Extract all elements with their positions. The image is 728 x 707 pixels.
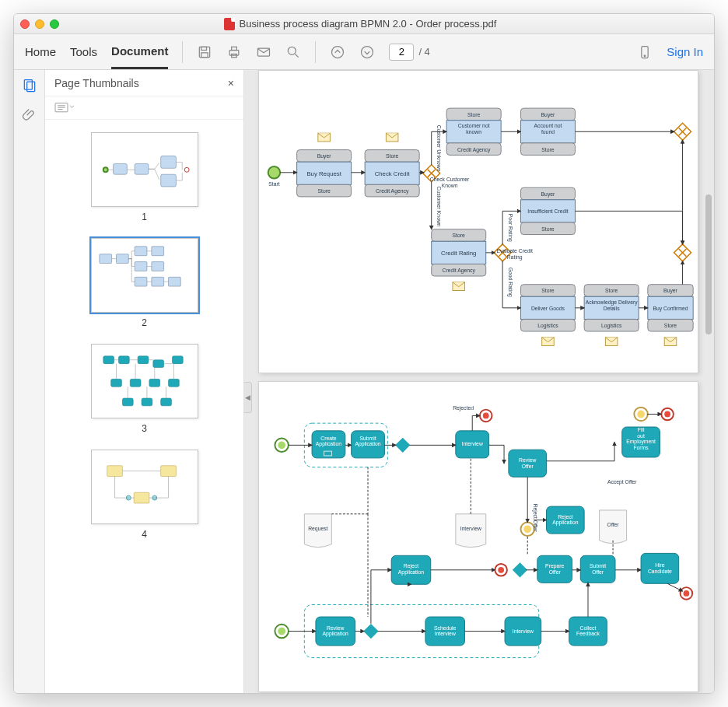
svg-rect-45 <box>107 466 122 477</box>
svg-rect-38 <box>110 379 121 387</box>
node-credit-rating: Store Credit Rating Credit Agency <box>432 229 486 291</box>
svg-rect-171 <box>363 624 378 639</box>
svg-text:Store: Store <box>664 323 677 328</box>
svg-text:Request: Request <box>308 526 327 532</box>
thumbnail-number: 2 <box>142 317 147 328</box>
svg-text:Poor Rating: Poor Rating <box>507 214 513 242</box>
svg-text:Store: Store <box>605 288 618 293</box>
svg-rect-1 <box>201 47 207 50</box>
svg-text:Check Credit: Check Credit <box>375 170 411 177</box>
svg-point-9 <box>362 46 373 58</box>
svg-point-152 <box>523 525 531 533</box>
search-icon[interactable] <box>285 44 301 60</box>
thumbnail-1[interactable]: 1 <box>91 132 198 222</box>
svg-rect-37 <box>172 356 183 364</box>
svg-text:Store: Store <box>318 188 331 194</box>
svg-point-11 <box>644 55 646 57</box>
svg-rect-32 <box>168 277 180 286</box>
svg-point-159 <box>498 567 504 573</box>
svg-text:Buy Confirmed: Buy Confirmed <box>653 306 688 312</box>
svg-rect-36 <box>152 360 163 368</box>
svg-text:Interview: Interview <box>460 526 481 531</box>
svg-text:Good Rating: Good Rating <box>507 268 513 297</box>
svg-text:Logistics: Logistics <box>601 323 622 329</box>
tab-tools[interactable]: Tools <box>70 36 97 68</box>
svg-rect-24 <box>99 254 111 264</box>
svg-text:Credit Agency: Credit Agency <box>376 188 409 194</box>
minimize-window-button[interactable] <box>35 19 44 29</box>
svg-rect-41 <box>168 379 179 387</box>
save-icon[interactable] <box>197 44 212 60</box>
svg-text:Store: Store <box>386 153 398 159</box>
vertical-scrollbar[interactable] <box>705 194 712 334</box>
thumbnail-number: 4 <box>142 529 147 540</box>
close-window-button[interactable] <box>20 19 30 29</box>
svg-text:Buyer: Buyer <box>541 191 555 198</box>
svg-rect-4 <box>232 47 237 50</box>
svg-rect-19 <box>113 163 127 174</box>
thumbnail-4[interactable]: 4 <box>91 450 198 540</box>
page-2-bottom: CreateApplication SubmitApplication Inte… <box>258 381 698 692</box>
thumbnail-list: 1 2 <box>45 120 243 693</box>
svg-rect-43 <box>142 398 152 406</box>
thumbnails-rail-icon[interactable] <box>22 78 37 96</box>
node-deliver-goods: Store Deliver Goods Logistics <box>520 285 575 346</box>
attachments-rail-icon[interactable] <box>22 107 37 126</box>
tab-home[interactable]: Home <box>25 36 56 68</box>
svg-text:Store: Store <box>541 226 554 232</box>
thumbnail-3[interactable]: 3 <box>91 344 198 434</box>
svg-point-7 <box>289 47 296 54</box>
bpmn-order-diagram: Start Buyer Buy Request Store Store Chec… <box>259 71 698 373</box>
svg-rect-31 <box>151 277 163 286</box>
svg-point-50 <box>268 166 281 179</box>
page-down-icon[interactable] <box>359 44 375 60</box>
svg-text:Reject Offer: Reject Offer <box>532 504 538 533</box>
svg-point-18 <box>103 167 107 172</box>
svg-rect-44 <box>160 398 171 406</box>
page-number-input[interactable] <box>389 44 414 61</box>
zoom-window-button[interactable] <box>50 19 59 29</box>
svg-text:Store: Store <box>541 288 554 293</box>
email-icon[interactable] <box>256 44 271 60</box>
svg-text:Customer Unknown: Customer Unknown <box>436 125 442 172</box>
window-title: Business process diagram BPMN 2.0 - Orde… <box>59 18 661 30</box>
svg-text:Logistics: Logistics <box>537 323 558 329</box>
node-check-credit: Store Check Credit Credit Agency <box>365 133 419 197</box>
svg-rect-27 <box>151 247 163 256</box>
svg-text:Buy Request: Buy Request <box>306 170 341 177</box>
print-icon[interactable] <box>226 44 242 60</box>
toolbar: Home Tools Document / 4 Sign In <box>14 34 714 70</box>
thumbnail-2[interactable]: 2 <box>91 238 198 328</box>
content-area: Page Thumbnails × 1 <box>14 70 714 693</box>
svg-rect-39 <box>130 379 141 387</box>
left-rail <box>14 70 45 693</box>
svg-point-23 <box>184 167 189 172</box>
svg-rect-160 <box>513 562 527 577</box>
svg-text:SubmitOffer: SubmitOffer <box>590 563 606 575</box>
tab-document[interactable]: Document <box>111 35 168 69</box>
mobile-icon[interactable] <box>637 44 653 60</box>
collapse-sidebar-handle[interactable]: ◀ <box>244 382 252 413</box>
sign-in-link[interactable]: Sign In <box>667 45 703 58</box>
svg-point-8 <box>332 46 344 58</box>
svg-rect-30 <box>135 277 147 286</box>
page-total: / 4 <box>418 46 429 58</box>
svg-rect-29 <box>151 262 163 271</box>
svg-point-125 <box>278 441 285 449</box>
page-up-icon[interactable] <box>330 44 345 60</box>
svg-text:Buyer: Buyer <box>541 112 555 118</box>
svg-point-127 <box>278 628 285 635</box>
svg-rect-22 <box>160 174 176 187</box>
svg-point-142 <box>483 413 489 419</box>
node-buy-confirmed: Buyer Buy Confirmed Store <box>648 285 693 346</box>
sidebar-options[interactable] <box>45 96 243 120</box>
gateway-merge-top <box>674 123 691 140</box>
svg-text:Store: Store <box>541 147 554 152</box>
svg-rect-2 <box>201 52 208 57</box>
svg-text:Credit Agency: Credit Agency <box>457 147 491 153</box>
page-2-top: Start Buyer Buy Request Store Store Chec… <box>258 70 698 373</box>
close-sidebar-icon[interactable]: × <box>228 77 234 89</box>
svg-text:Insufficient Credit: Insufficient Credit <box>527 208 568 214</box>
document-view[interactable]: ◀ Start Buyer Buy Request Store <box>244 70 714 693</box>
sidebar-title: Page Thumbnails <box>54 77 139 89</box>
